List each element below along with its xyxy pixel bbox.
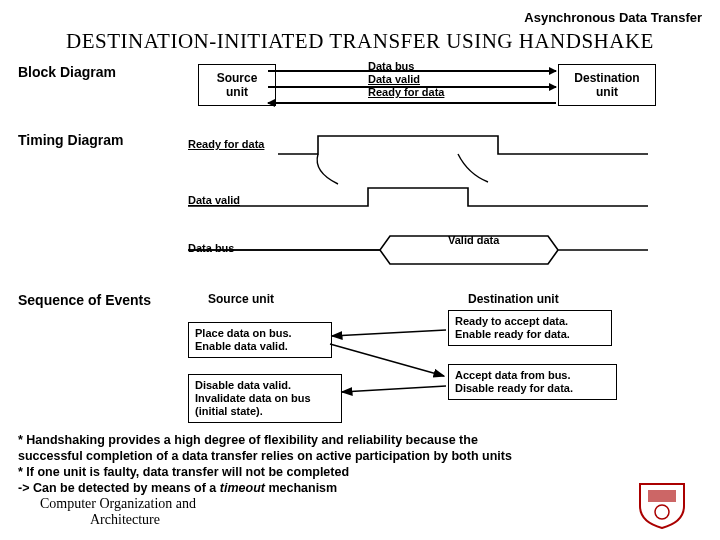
sequence-arrows bbox=[168, 292, 668, 422]
crest-icon bbox=[634, 478, 690, 530]
ready-arrow bbox=[268, 102, 556, 104]
block-diagram-label: Block Diagram bbox=[18, 64, 168, 80]
databus-arrow bbox=[268, 70, 556, 72]
sequence-diagram: Source unit Destination unit Ready to ac… bbox=[168, 292, 702, 422]
block-diagram: Source unit Data bus Data valid Ready fo… bbox=[168, 64, 702, 122]
bus-signal-labels: Data bus Data valid Ready for data bbox=[368, 60, 444, 99]
svg-rect-3 bbox=[648, 490, 676, 502]
note-line-1: * Handshaking provides a high degree of … bbox=[18, 432, 702, 448]
sequence-label: Sequence of Events bbox=[18, 292, 168, 308]
timing-waveforms bbox=[168, 132, 668, 282]
timing-diagram-label: Timing Diagram bbox=[18, 132, 168, 148]
destination-unit-box: Destination unit bbox=[558, 64, 656, 106]
datavalid-arrow bbox=[268, 86, 556, 88]
svg-point-4 bbox=[655, 505, 669, 519]
sequence-row: Sequence of Events Source unit Destinati… bbox=[18, 292, 702, 422]
note-line-4: -> Can be detected by means of a timeout… bbox=[18, 480, 702, 496]
svg-line-1 bbox=[330, 344, 444, 376]
source-unit-box: Source unit bbox=[198, 64, 276, 106]
note-line-2: successful completion of a data transfer… bbox=[18, 448, 702, 464]
page-title: DESTINATION-INITIATED TRANSFER USING HAN… bbox=[18, 29, 702, 54]
signal-datavalid: Data valid bbox=[368, 73, 444, 86]
svg-line-0 bbox=[332, 330, 446, 336]
timing-diagram: Ready for data Data valid Data bus Valid… bbox=[168, 132, 702, 282]
svg-line-2 bbox=[342, 386, 446, 392]
note-line-3: * If one unit is faulty, data transfer w… bbox=[18, 464, 702, 480]
page-topic: Asynchronous Data Transfer bbox=[18, 10, 702, 25]
notes-block: * Handshaking provides a high degree of … bbox=[18, 432, 702, 496]
block-diagram-row: Block Diagram Source unit Data bus Data … bbox=[18, 64, 702, 122]
footer-text: Computer Organization and Architecture bbox=[40, 496, 196, 528]
signal-ready: Ready for data bbox=[368, 86, 444, 99]
timing-diagram-row: Timing Diagram Ready for data Data valid… bbox=[18, 132, 702, 282]
